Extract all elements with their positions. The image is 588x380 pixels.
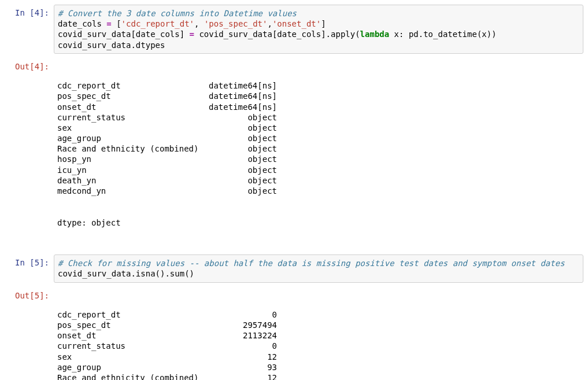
comment-token: # Convert the 3 date columns into Dateti… (58, 9, 297, 18)
output-row: death_ynobject (57, 175, 580, 186)
cell-4-input: In [4]: # Convert the 3 date columns int… (0, 5, 588, 54)
in-prompt-4: In [4]: (0, 5, 54, 18)
cell-5-output: Out[5]: cdc_report_dt0pos_spec_dt2957494… (0, 287, 588, 381)
output-row: onset_dtdatetime64[ns] (57, 102, 580, 112)
output-key: Race and ethnicity (combined) (57, 372, 208, 380)
code-line[interactable]: covid_surv_data.isna().sum() (58, 268, 579, 279)
output-key: cdc_report_dt (57, 80, 208, 91)
output-key: onset_dt (57, 330, 208, 341)
code-line[interactable]: # Check for missing values -- about half… (58, 258, 579, 268)
operator-token: = (106, 19, 111, 28)
output-row: Race and ethnicity (combined)12 (57, 372, 580, 380)
code-token: ] (321, 19, 326, 28)
output-value: object (208, 165, 277, 175)
output-row: current_status0 (57, 341, 580, 351)
output-value: object (208, 186, 277, 196)
output-key: Race and ethnicity (combined) (57, 143, 208, 154)
output-dtype-footer: dtype: object (57, 217, 580, 228)
output-row: sex12 (57, 352, 580, 362)
code-cell-5[interactable]: # Check for missing values -- about half… (54, 254, 583, 282)
cell-5-input: In [5]: # Check for missing values -- ab… (0, 254, 588, 282)
output-row: pos_spec_dt2957494 (57, 320, 580, 330)
output-key: death_yn (57, 175, 208, 186)
output-key: pos_spec_dt (57, 91, 208, 101)
output-key: medcond_yn (57, 186, 208, 196)
code-token: , (267, 19, 272, 28)
output-row: cdc_report_dtdatetime64[ns] (57, 80, 580, 91)
output-row: Race and ethnicity (combined)object (57, 143, 580, 154)
output-key: age_group (57, 362, 208, 372)
output-key: current_status (57, 341, 208, 351)
output-key: sex (57, 352, 208, 362)
output-key: hosp_yn (57, 154, 208, 164)
code-token: covid_surv_data[date_cols].apply( (194, 29, 360, 39)
output-row: age_group93 (57, 362, 580, 372)
output-value: object (208, 123, 277, 133)
code-token: x: pd.to_datetime(x)) (389, 29, 496, 39)
output-area-4[interactable]: cdc_report_dtdatetime64[ns]pos_spec_dtda… (54, 58, 583, 250)
output-row: pos_spec_dtdatetime64[ns] (57, 91, 580, 101)
output-value: datetime64[ns] (208, 91, 277, 101)
code-line[interactable]: covid_surv_data[date_cols] = covid_surv_… (58, 29, 579, 39)
output-value: object (208, 175, 277, 186)
code-token: covid_surv_data.dtypes (58, 40, 165, 50)
output-value: object (208, 143, 277, 154)
out-prompt-5: Out[5]: (0, 287, 54, 301)
output-value: datetime64[ns] (208, 102, 277, 112)
string-token: 'onset_dt' (272, 19, 321, 28)
code-line[interactable]: date_cols = ['cdc_report_dt', 'pos_spec_… (58, 19, 579, 29)
output-row: current_statusobject (57, 112, 580, 123)
output-area-5[interactable]: cdc_report_dt0pos_spec_dt2957494onset_dt… (54, 287, 583, 381)
comment-token: # Check for missing values -- about half… (58, 259, 565, 268)
code-token: , (194, 19, 204, 28)
output-value: 2113224 (208, 330, 277, 341)
code-token: date_cols (58, 19, 106, 28)
output-value: 0 (208, 341, 277, 351)
output-value: 12 (208, 352, 277, 362)
output-row: sexobject (57, 123, 580, 133)
cell-4-output: Out[4]: cdc_report_dtdatetime64[ns]pos_s… (0, 58, 588, 250)
in-prompt-5: In [5]: (0, 254, 54, 268)
code-line[interactable]: covid_surv_data.dtypes (58, 40, 579, 50)
code-token: covid_surv_data[date_cols] (58, 29, 190, 39)
output-row: cdc_report_dt0 (57, 309, 580, 320)
string-token: 'pos_spec_dt' (204, 19, 268, 28)
output-value: object (208, 112, 277, 123)
output-key: pos_spec_dt (57, 320, 208, 330)
output-key: age_group (57, 133, 208, 143)
keyword-token: lambda (360, 29, 390, 39)
output-value: 93 (208, 362, 277, 372)
output-value: 12 (208, 372, 277, 380)
operator-token: = (190, 29, 194, 39)
output-key: cdc_report_dt (57, 309, 208, 320)
output-value: 0 (208, 309, 277, 320)
output-row: icu_ynobject (57, 165, 580, 175)
output-key: onset_dt (57, 102, 208, 112)
output-key: icu_yn (57, 165, 208, 175)
output-row: age_groupobject (57, 133, 580, 143)
output-value: object (208, 154, 277, 164)
output-value: datetime64[ns] (208, 80, 277, 91)
output-row: medcond_ynobject (57, 186, 580, 196)
output-value: object (208, 133, 277, 143)
output-key: sex (57, 123, 208, 133)
code-token: [ (112, 19, 121, 28)
out-prompt-4: Out[4]: (0, 58, 54, 72)
output-row: hosp_ynobject (57, 154, 580, 164)
code-token: covid_surv_data.isna().sum() (58, 269, 194, 278)
output-value: 2957494 (208, 320, 277, 330)
output-key: current_status (57, 112, 208, 123)
output-row: onset_dt2113224 (57, 330, 580, 341)
string-token: 'cdc_report_dt' (121, 19, 194, 28)
code-line[interactable]: # Convert the 3 date columns into Dateti… (58, 8, 579, 19)
code-cell-4[interactable]: # Convert the 3 date columns into Dateti… (54, 5, 583, 54)
